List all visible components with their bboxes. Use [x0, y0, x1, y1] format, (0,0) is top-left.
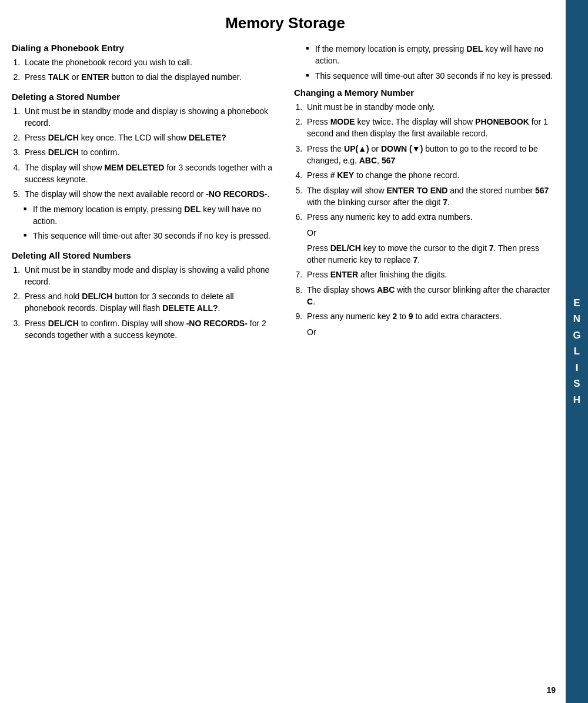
- list-item: The display shows ABC with the cursor bl…: [305, 284, 559, 308]
- list-item: The display will show ENTER TO END and t…: [305, 185, 559, 209]
- right-top-bullets: If the memory location is empty, pressin…: [306, 43, 559, 82]
- list-item: Press any numeric key to add extra numbe…: [305, 211, 559, 266]
- list-item: Locate the phonebook record you wish to …: [22, 56, 276, 68]
- deleting-list: Unit must be in standby mode and display…: [22, 105, 276, 200]
- list-item: If the memory location is empty, pressin…: [306, 43, 559, 67]
- sidebar-letter-s: S: [566, 376, 588, 391]
- left-column: Dialing a Phonebook Entry Locate the pho…: [12, 43, 276, 344]
- list-item: The display will show MEM DELETED for 3 …: [22, 162, 276, 186]
- section-deleting-title: Deleting a Stored Number: [12, 92, 276, 102]
- changing-list: Unit must be in standby mode only. Press…: [305, 101, 559, 338]
- sidebar-letter-i: I: [566, 360, 588, 376]
- list-item: This sequence will time-out after 30 sec…: [306, 70, 559, 82]
- two-column-layout: Dialing a Phonebook Entry Locate the pho…: [12, 43, 559, 344]
- list-item: Unit must be in standby mode and display…: [22, 105, 276, 129]
- list-item: Press TALK or ENTER button to dial the d…: [22, 71, 276, 83]
- list-item: Press and hold DEL/CH button for 3 secon…: [22, 290, 276, 314]
- main-content: Memory Storage Dialing a Phonebook Entry…: [12, 0, 559, 361]
- section-changing-title: Changing a Memory Number: [294, 88, 559, 98]
- sidebar-letter-e: E: [566, 296, 588, 311]
- or-text: Or: [307, 227, 559, 239]
- sidebar-letter-g: G: [566, 328, 588, 343]
- list-item: Press DEL/CH to confirm.: [22, 146, 276, 158]
- page-number: 19: [546, 685, 556, 695]
- section-deleting-all-title: Deleting All Stored Numbers: [12, 250, 276, 260]
- list-item: Press MODE key twice. The display will s…: [305, 116, 559, 140]
- list-item: This sequence will time-out after 30 sec…: [24, 230, 276, 242]
- sidebar-letter-h: H: [566, 393, 588, 408]
- sidebar-letter-n: N: [566, 312, 588, 327]
- section-dialing-title: Dialing a Phonebook Entry: [12, 43, 276, 53]
- list-item: Press ENTER after finishing the digits.: [305, 269, 559, 280]
- list-item: The display will show the next available…: [22, 188, 276, 200]
- list-item: Press # KEY to change the phone record.: [305, 169, 559, 181]
- sidebar-letter-l: L: [566, 344, 588, 359]
- list-item: Unit must be in standby mode only.: [305, 101, 559, 113]
- list-item: Press any numeric key 2 to 9 to add extr…: [305, 310, 559, 338]
- deleting-all-list: Unit must be in standby mode and dis­pla…: [22, 264, 276, 342]
- deleting-bullets: If the memory location is empty, pressin…: [24, 203, 276, 242]
- list-item: Press the UP(▲) or DOWN (▼) button to go…: [305, 143, 559, 167]
- list-item: Unit must be in standby mode and dis­pla…: [22, 264, 276, 288]
- list-item: Press DEL/CH to confirm. Display will sh…: [22, 317, 276, 342]
- sidebar: E N G L I S H: [566, 0, 588, 703]
- or-text-2: Or: [307, 326, 559, 338]
- dialing-list: Locate the phonebook record you wish to …: [22, 56, 276, 83]
- right-column: If the memory location is empty, pressin…: [294, 43, 559, 344]
- page-title: Memory Storage: [12, 0, 559, 43]
- step6-alt: Press DEL/CH key to move the cursor to t…: [307, 242, 559, 266]
- list-item: If the memory location is empty, pressin…: [24, 203, 276, 227]
- list-item: Press DEL/CH key once. The LCD will show…: [22, 132, 276, 143]
